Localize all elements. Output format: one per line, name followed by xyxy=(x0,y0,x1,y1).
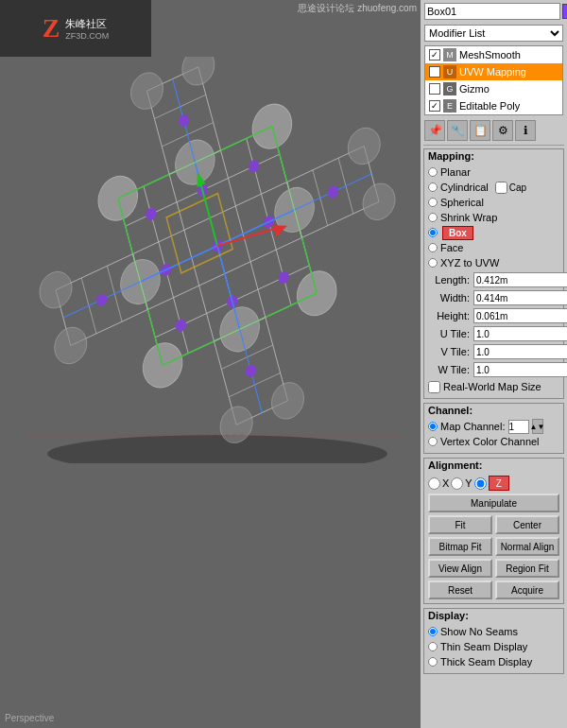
hierarchy-btn[interactable]: 🔧 xyxy=(447,120,468,141)
svg-point-65 xyxy=(326,184,339,200)
utile-label: U Tile: xyxy=(428,328,472,339)
z-label[interactable]: Z xyxy=(489,476,509,491)
center-button[interactable]: Center xyxy=(495,515,559,534)
radio-shrinkwrap-input[interactable] xyxy=(428,213,438,222)
view-align-button[interactable]: View Align xyxy=(428,559,492,578)
map-channel-row[interactable]: Map Channel: ▲▼ xyxy=(428,419,559,434)
svg-point-57 xyxy=(51,321,91,370)
radio-cylindrical-label: Cylindrical xyxy=(440,182,489,193)
svg-point-0 xyxy=(47,435,387,463)
meshshmooth-checkbox[interactable]: ✓ xyxy=(429,49,440,61)
x-radio[interactable] xyxy=(428,477,440,490)
svg-point-59 xyxy=(359,178,399,226)
wtile-input[interactable] xyxy=(473,362,567,377)
pin-btn[interactable]: 📌 xyxy=(424,120,445,141)
stack-item-gizmo[interactable]: G Gizmo xyxy=(425,80,562,97)
uvw-checkbox[interactable]: ✓ xyxy=(429,66,440,78)
object-color-swatch[interactable] xyxy=(562,4,567,19)
vtile-label: V Tile: xyxy=(428,346,472,357)
show-no-seams-radio[interactable] xyxy=(428,627,438,636)
radio-planar-input[interactable] xyxy=(428,167,438,177)
info-btn[interactable]: ℹ xyxy=(515,120,536,141)
radio-cylindrical[interactable]: Cylindrical Cap xyxy=(428,180,559,195)
modifier-list-row: Modifier List xyxy=(421,23,567,43)
y-radio[interactable] xyxy=(451,477,463,490)
vertex-color-label: Vertex Color Channel xyxy=(440,436,540,447)
thick-seam-row[interactable]: Thick Seam Display xyxy=(428,654,559,669)
height-input[interactable] xyxy=(473,308,567,323)
svg-point-15 xyxy=(293,264,341,322)
stack-item-uvw[interactable]: ✓ U UVW Mapping xyxy=(425,63,562,80)
modifier-list-dropdown[interactable]: Modifier List xyxy=(424,25,563,42)
display-content: Show No Seams Thin Seam Display Thick Se… xyxy=(424,622,563,673)
reset-button[interactable]: Reset xyxy=(428,581,492,599)
bitmap-fit-button[interactable]: Bitmap Fit xyxy=(428,537,492,556)
copy-btn[interactable]: 📋 xyxy=(470,120,490,141)
map-channel-input[interactable] xyxy=(508,420,529,434)
length-input[interactable] xyxy=(473,272,567,287)
stack-item-meshshmooth[interactable]: ✓ M MeshSmooth xyxy=(425,46,562,63)
radio-planar-label: Planar xyxy=(440,166,471,178)
thin-seam-label: Thin Seam Display xyxy=(440,641,527,652)
editpoly-label: Editable Poly xyxy=(459,100,520,112)
svg-point-20 xyxy=(145,206,158,222)
cap-checkbox-area[interactable]: Cap xyxy=(495,182,526,194)
svg-point-66 xyxy=(178,113,191,129)
vertex-color-row[interactable]: Vertex Color Channel xyxy=(428,434,559,449)
settings-btn[interactable]: ⚙ xyxy=(492,120,513,141)
utile-input[interactable] xyxy=(473,326,567,341)
radio-box[interactable]: Box xyxy=(428,225,559,240)
object-name-input[interactable] xyxy=(424,3,560,20)
map-channel-spinner[interactable]: ▲▼ xyxy=(532,419,543,434)
radio-spherical[interactable]: Spherical xyxy=(428,195,559,210)
radio-xyz[interactable]: XYZ to UVW xyxy=(428,255,559,270)
map-channel-radio[interactable] xyxy=(428,422,438,431)
map-channel-label: Map Channel: xyxy=(440,421,506,432)
svg-point-58 xyxy=(344,122,384,170)
region-fit-button[interactable]: Region Fit xyxy=(495,559,559,578)
normal-align-button[interactable]: Normal Align xyxy=(495,537,559,556)
uvw-label: UVW Mapping xyxy=(459,66,526,78)
box-active-label: Box xyxy=(442,226,473,240)
vertex-color-radio[interactable] xyxy=(428,437,438,446)
mesh-svg xyxy=(28,57,406,463)
radio-spherical-input[interactable] xyxy=(428,198,438,207)
stack-item-editpoly[interactable]: ✓ E Editable Poly xyxy=(425,97,562,114)
width-row: Width: ▲▼ xyxy=(428,289,559,306)
alignment-title: Alignment: xyxy=(424,459,563,472)
fit-button[interactable]: Fit xyxy=(428,515,492,534)
viewport-3d[interactable]: Z 朱峰社区 ZF3D.COM 思途设计论坛 zhuofeng.com xyxy=(0,0,421,728)
radio-planar[interactable]: Planar xyxy=(428,165,559,180)
svg-point-67 xyxy=(244,363,257,379)
thick-seam-radio[interactable] xyxy=(428,657,438,667)
channel-section: Channel: Map Channel: ▲▼ Vertex Color Ch… xyxy=(423,403,564,454)
radio-face-input[interactable] xyxy=(428,243,438,252)
x-label: X xyxy=(442,477,449,489)
realworld-row[interactable]: Real-World Map Size xyxy=(428,379,559,394)
cap-checkbox[interactable] xyxy=(495,182,507,194)
show-no-seams-row[interactable]: Show No Seams xyxy=(428,624,559,639)
radio-face[interactable]: Face xyxy=(428,240,559,255)
manipulate-button[interactable]: Manipulate xyxy=(428,494,559,512)
length-label: Length: xyxy=(428,274,472,286)
radio-xyz-input[interactable] xyxy=(428,258,438,268)
logo-z-letter: Z xyxy=(43,13,60,43)
radio-shrinkwrap-label: Shrink Wrap xyxy=(440,212,497,223)
editpoly-checkbox[interactable]: ✓ xyxy=(429,100,440,112)
svg-point-56 xyxy=(36,266,76,314)
thin-seam-row[interactable]: Thin Seam Display xyxy=(428,639,559,654)
z-radio[interactable] xyxy=(474,477,487,490)
radio-box-input[interactable] xyxy=(428,228,438,237)
fit-center-row: Fit Center xyxy=(428,515,559,534)
gizmo-label: Gizmo xyxy=(459,83,490,95)
realworld-checkbox[interactable] xyxy=(428,381,440,393)
gizmo-checkbox[interactable] xyxy=(429,83,440,95)
vtile-input[interactable] xyxy=(473,344,567,359)
svg-point-63 xyxy=(267,377,307,425)
acquire-button[interactable]: Acquire xyxy=(495,581,559,599)
thin-seam-radio[interactable] xyxy=(428,642,438,651)
radio-shrinkwrap[interactable]: Shrink Wrap xyxy=(428,210,559,225)
radio-cylindrical-input[interactable] xyxy=(428,182,438,192)
width-input[interactable] xyxy=(473,290,567,305)
svg-point-60 xyxy=(127,67,166,115)
